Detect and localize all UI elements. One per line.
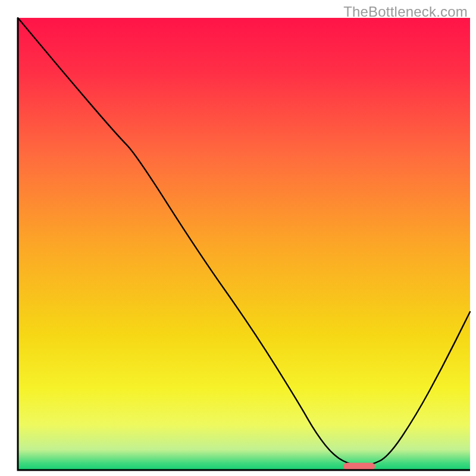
- bottleneck-chart: [0, 0, 476, 476]
- plot-background: [18, 18, 470, 470]
- target-capsule: [343, 463, 375, 470]
